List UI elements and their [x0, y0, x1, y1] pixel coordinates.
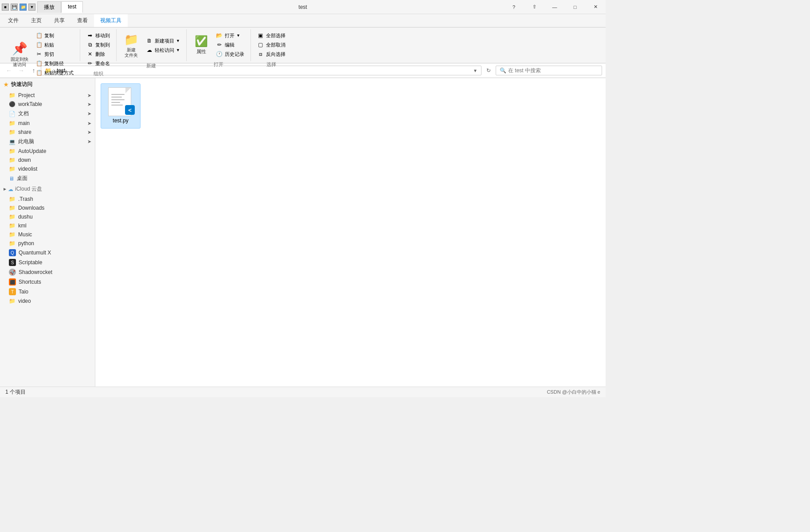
paste-button[interactable]: 📋 粘贴 [33, 40, 76, 49]
sidebar-item-python[interactable]: 📁 python [0, 239, 95, 248]
folder-icon-autoupdate: 📁 [9, 148, 16, 154]
folder-icon-music: 📁 [9, 231, 16, 238]
open-label: 打开 [225, 32, 235, 39]
sidebar-item-scriptable[interactable]: S Scriptable [0, 258, 95, 267]
pin-icon-share: ➤ [87, 129, 91, 135]
organize-buttons: ➡ 移动到 ⧉ 复制到 ✕ 删除 ✏ 重命名 [84, 29, 113, 70]
window-controls: ? ⇧ — □ ✕ [504, 0, 606, 14]
sidebar-item-thispc[interactable]: 💻 此电脑 ➤ [0, 137, 95, 147]
sidebar-item-project[interactable]: 📁 Project ➤ [0, 91, 95, 100]
icloud-header[interactable]: ▶ ☁ iCloud 云盘 [0, 184, 95, 195]
file-item-testpy[interactable]: < test.py [101, 83, 141, 129]
sidebar-item-shadowrocket[interactable]: 🚀 Shadowrocket [0, 267, 95, 277]
sidebar-label-desktop: 桌面 [17, 175, 27, 182]
ribbon-tabs: 文件 主页 共享 查看 视频工具 [0, 14, 606, 27]
doc-fold [125, 88, 131, 93]
search-input[interactable] [508, 67, 598, 74]
sidebar-item-docs[interactable]: 📄 文档 ➤ [0, 109, 95, 119]
copy-button[interactable]: 📋 复制 [33, 31, 76, 40]
select-none-button[interactable]: ▢ 全部取消 [254, 40, 288, 49]
history-label: 历史记录 [225, 51, 244, 58]
delete-button[interactable]: ✕ 删除 [84, 50, 113, 59]
sidebar-item-desktop[interactable]: 🖥 桌面 [0, 173, 95, 184]
dropdown-icon[interactable]: ▼ [28, 4, 35, 11]
ribbon-group-organize: ➡ 移动到 ⧉ 复制到 ✕ 删除 ✏ 重命名 [80, 29, 117, 61]
help-button[interactable]: ? [504, 0, 524, 14]
tab-view[interactable]: 查看 [71, 14, 94, 27]
new-folder-button[interactable]: 📁 新建文件夹 [120, 31, 142, 60]
easy-access-button[interactable]: ☁ 轻松访问 ▼ [143, 46, 183, 55]
sidebar-item-trash[interactable]: 📁 .Trash [0, 195, 95, 203]
open-button[interactable]: 📂 打开 ▼ [213, 31, 247, 40]
minimize-button[interactable]: — [544, 0, 565, 14]
properties-button[interactable]: ✅ 属性 [190, 33, 212, 57]
sidebar-label-downloads: Downloads [18, 205, 44, 211]
folder-icon-downloads: 📁 [9, 205, 16, 211]
sidebar-item-down[interactable]: 📁 down [0, 156, 95, 164]
new-item-dropdown: ▼ [176, 39, 180, 43]
select-all-label: 全部选择 [266, 32, 286, 39]
sidebar-item-quantumult[interactable]: Q Quantumult X [0, 248, 95, 258]
ribbon-group-select: ▣ 全部选择 ▢ 全部取消 ⧈ 反向选择 选择 [251, 29, 292, 61]
cut-button[interactable]: ✂ 剪切 [33, 50, 76, 59]
quick-access-header[interactable]: ★ 快速访问 [0, 78, 95, 91]
sidebar-item-downloads[interactable]: 📁 Downloads [0, 203, 95, 212]
expand-up-button[interactable]: ⇧ [524, 0, 544, 14]
pin-icon-main: ➤ [87, 121, 91, 126]
save-icon[interactable]: 💾 [11, 4, 18, 11]
new-item-button[interactable]: 🗎 新建项目 ▼ [143, 36, 183, 45]
tab-home[interactable]: 主页 [25, 14, 48, 27]
tab-share[interactable]: 共享 [48, 14, 71, 27]
select-label: 选择 [266, 60, 276, 69]
tab-play[interactable]: 播放 [37, 1, 61, 13]
move-to-button[interactable]: ➡ 移动到 [84, 31, 113, 40]
sidebar-item-shortcuts[interactable]: ⬛ Shortcuts [0, 277, 95, 287]
sidebar-item-worktable[interactable]: ⚫ workTable ➤ [0, 100, 95, 109]
sidebar-label-thispc: 此电脑 [18, 138, 34, 145]
sidebar-label-docs: 文档 [18, 110, 29, 117]
sidebar-item-kml[interactable]: 📁 kml [0, 221, 95, 230]
copy-to-button[interactable]: ⧉ 复制到 [84, 40, 113, 49]
tab-video-tools[interactable]: 视频工具 [94, 13, 128, 27]
sidebar-item-music[interactable]: 📁 Music [0, 230, 95, 239]
select-all-icon: ▣ [257, 32, 264, 39]
pin-to-quick-access-button[interactable]: 📌 固定到快速访问 [7, 39, 32, 69]
maximize-button[interactable]: □ [565, 0, 585, 14]
invert-select-button[interactable]: ⧈ 反向选择 [254, 50, 288, 59]
move-icon: ➡ [86, 32, 94, 39]
paste-shortcut-icon: 📋 [35, 69, 43, 76]
refresh-button[interactable]: ↻ [483, 65, 494, 76]
quick-access-icon[interactable]: ■ [2, 4, 9, 11]
rename-button[interactable]: ✏ 重命名 [84, 59, 113, 68]
edit-button[interactable]: ✏ 编辑 [213, 40, 247, 49]
tab-file[interactable]: 文件 [2, 14, 25, 27]
sidebar-item-videolist[interactable]: 📁 videolist [0, 164, 95, 173]
history-button[interactable]: 🕐 历史记录 [213, 50, 247, 59]
copy-path-button[interactable]: 📋 复制路径 [33, 59, 76, 68]
close-button[interactable]: ✕ [585, 0, 606, 14]
sidebar-label-dushu: dushu [18, 214, 33, 220]
status-bar: 1 个项目 CSDN @小白中的小猫 e [0, 387, 606, 397]
select-all-button[interactable]: ▣ 全部选择 [254, 31, 288, 40]
paste-shortcut-button[interactable]: 📋 粘贴快捷方式 [33, 68, 76, 77]
sidebar-label-videolist: videolist [18, 166, 37, 172]
tab-test[interactable]: test [61, 1, 83, 13]
main-layout: ★ 快速访问 📁 Project ➤ ⚫ workTable ➤ 📄 文档 ➤ … [0, 78, 606, 387]
search-box[interactable]: 🔍 [496, 66, 602, 75]
icon-scriptable: S [9, 259, 16, 266]
sidebar-item-autoupdate[interactable]: 📁 AutoUpdate [0, 147, 95, 156]
select-buttons: ▣ 全部选择 ▢ 全部取消 ⧈ 反向选择 [254, 29, 288, 60]
sidebar-label-share: share [18, 129, 31, 135]
sidebar-item-share[interactable]: 📁 share ➤ [0, 128, 95, 137]
sidebar-item-main[interactable]: 📁 main ➤ [0, 119, 95, 128]
status-count: 1 个项目 [5, 388, 26, 396]
copy-path-icon: 📋 [35, 60, 43, 67]
file-name-testpy: test.py [113, 117, 128, 125]
icon-quantumult: Q [9, 249, 16, 256]
sidebar-item-taio[interactable]: T Taio [0, 287, 95, 297]
folder-icon-video: 📁 [9, 298, 16, 304]
sidebar-item-dushu[interactable]: 📁 dushu [0, 212, 95, 221]
sidebar-item-video[interactable]: 📁 video [0, 297, 95, 305]
sidebar-label-taio: Taio [19, 289, 28, 295]
folder-icon-tb[interactable]: 📁 [20, 4, 27, 11]
